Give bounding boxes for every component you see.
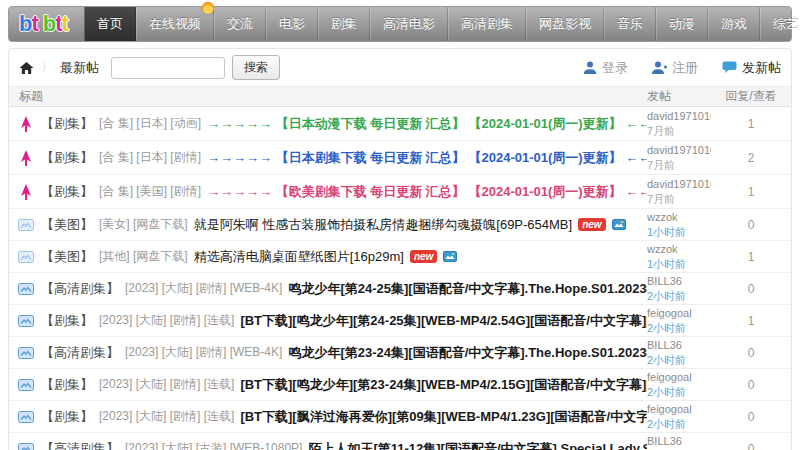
- image-attachment-icon: [443, 251, 457, 262]
- category-link[interactable]: 【剧集】: [41, 376, 93, 394]
- post-title-link[interactable]: 就是阿朱啊 性感古装服饰拍摄私房情趣捆绑勾魂摄魄[69P-654MB]: [194, 216, 573, 234]
- category-link[interactable]: 【剧集】: [41, 115, 93, 133]
- nav-item-label: 剧集: [331, 15, 357, 33]
- category-link[interactable]: 【剧集】: [41, 183, 93, 201]
- register-link[interactable]: 注册: [652, 59, 698, 77]
- table-row: 【美图】 [美女] [网盘下载] 就是阿朱啊 性感古装服饰拍摄私房情趣捆绑勾魂摄…: [9, 209, 791, 241]
- category-link[interactable]: 【美图】: [41, 216, 93, 234]
- table-row: 【剧集】 [合 集] [日本] [动画] →→→→→ 【日本动漫下载 每日更新 …: [9, 107, 791, 141]
- table-row: 【剧集】 [2023] [大陆] [剧情] [连载] [BT下载][鸣龙少年][…: [9, 305, 791, 337]
- reply-count: 0: [711, 218, 791, 232]
- site-logo[interactable]: btbtt: [9, 7, 84, 41]
- poster-name[interactable]: david19710102: [647, 109, 711, 123]
- nav-item-movies[interactable]: 电影: [266, 7, 318, 41]
- nav-item-chat[interactable]: 交流: [214, 7, 266, 41]
- header-title: 标题: [9, 88, 647, 105]
- post-title-link[interactable]: 陌上人如玉[第11-12集][国语配音/中文字幕].Special.Lady.S…: [308, 440, 647, 450]
- post-time: 7月前: [647, 158, 711, 172]
- category-link[interactable]: 【剧集】: [41, 149, 93, 167]
- table-row: 【高清剧集】 [2023] [大陆] [剧情] [WEB-4K] 鸣龙少年[第2…: [9, 273, 791, 305]
- header-poster: 发帖: [647, 88, 711, 105]
- poster-name[interactable]: BILL36: [647, 274, 711, 288]
- post-title-link[interactable]: 鸣龙少年[第23-24集][国语配音/中文字幕].The.Hope.S01.20…: [288, 344, 647, 362]
- post-topic-icon: [18, 347, 34, 359]
- poster-name[interactable]: BILL36: [647, 338, 711, 352]
- pinned-arrow-icon: [20, 184, 32, 200]
- nav-item-series[interactable]: 剧集: [318, 7, 370, 41]
- poster-name[interactable]: wzzok: [647, 242, 711, 256]
- user-links: 登录 注册 发新帖: [583, 59, 781, 77]
- post-topic-icon: [18, 283, 34, 295]
- nav-item-label: 网盘影视: [539, 15, 591, 33]
- post-title-link[interactable]: →→→→→ 【欧美剧集下载 每日更新 汇总】 【2024-01-01(周一)更新…: [207, 183, 647, 201]
- post-title-link[interactable]: [BT下载][鸣龙少年][第24-25集][WEB-MP4/2.54G][国语配…: [240, 312, 647, 330]
- poster-name[interactable]: BILL36: [647, 434, 711, 448]
- category-link[interactable]: 【高清剧集】: [41, 344, 119, 362]
- poster-name[interactable]: feigogoal: [647, 370, 711, 384]
- nav-item-anime[interactable]: 动漫: [656, 7, 708, 41]
- tag-labels: [2023] [大陆] [剧情] [WEB-4K]: [125, 344, 282, 361]
- poster-name[interactable]: feigogoal: [647, 402, 711, 416]
- chat-bubble-icon: [722, 61, 737, 74]
- nav-item-home[interactable]: 首页: [84, 7, 136, 41]
- post-title-link[interactable]: [BT下载][飘洋过海再爱你][第09集][WEB-MP4/1.23G][国语配…: [240, 408, 647, 426]
- login-link[interactable]: 登录: [583, 59, 628, 77]
- post-time: 2小时前: [647, 417, 711, 431]
- post-title-link[interactable]: 鸣龙少年[第24-25集][国语配音/中文字幕].The.Hope.S01.20…: [288, 280, 647, 298]
- category-link[interactable]: 【高清剧集】: [41, 440, 119, 450]
- tag-labels: [2023] [大陆] [剧情] [WEB-4K]: [125, 280, 282, 297]
- table-row: 【高清剧集】 [2023] [大陆] [剧情] [WEB-4K] 鸣龙少年[第2…: [9, 337, 791, 369]
- category-link[interactable]: 【美图】: [41, 248, 93, 266]
- header-replies: 回复/查看: [711, 88, 791, 105]
- post-time: 1小时前: [647, 257, 711, 271]
- logo-letter: t: [31, 13, 37, 35]
- tag-labels: [2023] [大陆] [剧情] [连载]: [99, 312, 234, 329]
- nav-item-games[interactable]: 游戏: [708, 7, 760, 41]
- table-row: 【剧集】 [合 集] [日本] [剧情] →→→→→ 【日本剧集下载 每日更新 …: [9, 141, 791, 175]
- poster-name[interactable]: feigogoal: [647, 306, 711, 320]
- post-title-link[interactable]: →→→→→ 【日本剧集下载 每日更新 汇总】 【2024-01-01(周一)更新…: [207, 149, 647, 167]
- nav-item-music[interactable]: 音乐: [604, 7, 656, 41]
- reply-count: 0: [711, 410, 791, 424]
- post-time: 1小时前: [647, 225, 711, 239]
- post-topic-icon: [18, 443, 34, 450]
- nav-item-variety[interactable]: 综艺: [760, 7, 800, 41]
- nav-item-label: 游戏: [721, 15, 747, 33]
- image-attachment-icon: [612, 219, 626, 230]
- reply-count: 0: [711, 378, 791, 392]
- tag-labels: [2023] [大陆] [剧情] [连载]: [99, 408, 234, 425]
- post-image-icon: [18, 219, 34, 231]
- category-link[interactable]: 【剧集】: [41, 408, 93, 426]
- search-input[interactable]: [111, 57, 225, 79]
- nav-item-hd-movies[interactable]: 高清电影: [370, 7, 448, 41]
- poster-name[interactable]: wzzok: [647, 210, 711, 224]
- category-link[interactable]: 【高清剧集】: [41, 280, 119, 298]
- toolbar: 〉 最新帖 搜索 登录 注册: [9, 49, 791, 87]
- post-list: 【剧集】 [合 集] [日本] [动画] →→→→→ 【日本动漫下载 每日更新 …: [9, 107, 791, 450]
- tag-labels: [合 集] [日本] [剧情]: [99, 149, 201, 166]
- tag-labels: [美女] [网盘下载]: [99, 216, 188, 233]
- search-button[interactable]: 搜索: [232, 55, 280, 80]
- poster-name[interactable]: david19710102: [647, 177, 711, 191]
- poster-name[interactable]: david19710102: [647, 143, 711, 157]
- pinned-arrow-icon: [20, 116, 32, 132]
- table-row: 【高清剧集】 [2023] [大陆] [古装] [WEB-1080P] 陌上人如…: [9, 433, 791, 450]
- reply-count: 1: [711, 250, 791, 264]
- nav-item-hd-series[interactable]: 高清剧集: [448, 7, 526, 41]
- table-header: 标题 发帖 回复/查看: [9, 87, 791, 107]
- nav-item-online-video[interactable]: 在线视频: [136, 7, 214, 41]
- new-post-label: 发新帖: [742, 59, 781, 77]
- content-panel: 〉 最新帖 搜索 登录 注册: [8, 48, 792, 450]
- post-time: 7月前: [647, 192, 711, 206]
- nav-item-cloud-video[interactable]: 网盘影视: [526, 7, 604, 41]
- logo-letter: b: [19, 13, 31, 35]
- home-icon[interactable]: [19, 61, 34, 75]
- user-icon: [583, 61, 597, 75]
- logo-letter: b: [43, 13, 55, 35]
- category-link[interactable]: 【剧集】: [41, 312, 93, 330]
- post-title-link[interactable]: →→→→→ 【日本动漫下载 每日更新 汇总】 【2024-01-01(周一)更新…: [207, 115, 647, 133]
- post-title-link[interactable]: 精选高清电脑桌面壁纸图片[16p29m]: [194, 248, 404, 266]
- post-title-link[interactable]: [BT下载][鸣龙少年][第23-24集][WEB-MP4/2.15G][国语配…: [240, 376, 647, 394]
- tag-labels: [其他] [网盘下载]: [99, 248, 188, 265]
- new-post-button[interactable]: 发新帖: [722, 59, 781, 77]
